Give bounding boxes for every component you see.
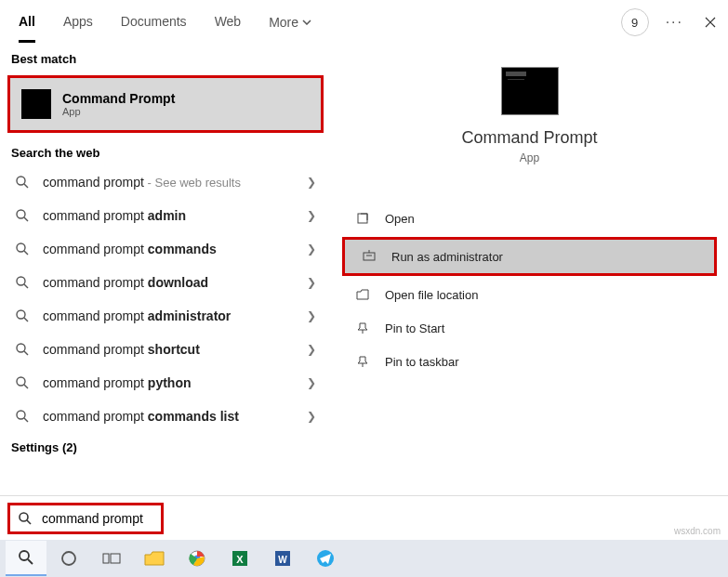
search-icon [15, 208, 30, 223]
search-icon [18, 511, 33, 526]
svg-point-18 [20, 513, 28, 521]
best-match-header: Best match [0, 45, 331, 72]
tab-web[interactable]: Web [215, 3, 242, 43]
taskbar-search-button[interactable] [6, 541, 46, 576]
svg-point-0 [17, 177, 25, 185]
svg-text:X: X [236, 554, 244, 565]
preview-panel: Command Prompt App Open Run as administr… [331, 45, 728, 495]
best-match-result[interactable]: Command Prompt App [7, 75, 324, 133]
svg-point-6 [17, 277, 25, 285]
search-icon [15, 342, 30, 357]
taskbar-chrome-icon[interactable] [177, 541, 218, 576]
chevron-right-icon: ❯ [307, 209, 316, 222]
chevron-right-icon: ❯ [307, 276, 316, 289]
svg-rect-17 [364, 253, 375, 260]
web-result-label: command prompt commands list [43, 409, 294, 424]
svg-text:W: W [278, 555, 287, 565]
search-bar [0, 495, 728, 540]
taskbar-word-icon[interactable]: W [262, 541, 303, 576]
svg-line-1 [24, 184, 28, 188]
chevron-down-icon [302, 20, 311, 25]
preview-subtitle: App [338, 151, 721, 164]
web-result[interactable]: command prompt download ❯ [0, 266, 331, 299]
taskbar-cortana-button[interactable] [48, 541, 89, 576]
svg-rect-24 [111, 554, 120, 563]
tab-more[interactable]: More [269, 3, 311, 43]
svg-line-3 [24, 217, 28, 221]
svg-point-2 [17, 210, 25, 218]
web-result-label: command prompt admin [43, 208, 294, 223]
taskbar: X W [0, 540, 728, 577]
action-run-as-administrator[interactable]: Run as administrator [342, 237, 717, 276]
search-icon [15, 275, 30, 290]
svg-line-15 [24, 418, 28, 422]
web-result-label: command prompt commands [43, 242, 294, 256]
rewards-badge[interactable]: 9 [621, 8, 649, 36]
svg-line-5 [24, 251, 28, 255]
svg-line-13 [24, 385, 28, 388]
web-result-label: command prompt administrator [43, 308, 294, 323]
svg-point-14 [17, 411, 25, 419]
svg-point-8 [17, 310, 25, 319]
svg-rect-16 [358, 214, 367, 223]
svg-point-10 [17, 344, 25, 352]
web-result[interactable]: command prompt commands list ❯ [0, 400, 331, 433]
tab-all[interactable]: All [19, 3, 35, 43]
chevron-right-icon: ❯ [307, 176, 316, 189]
svg-point-12 [17, 377, 25, 386]
tab-documents[interactable]: Documents [121, 3, 187, 43]
svg-point-22 [62, 552, 75, 565]
svg-line-11 [24, 351, 28, 355]
web-result[interactable]: command prompt shortcut ❯ [0, 333, 331, 366]
action-open[interactable]: Open [338, 202, 721, 235]
svg-line-9 [24, 318, 28, 321]
watermark: wsxdn.com [674, 526, 721, 536]
svg-line-7 [24, 284, 28, 288]
taskbar-telegram-icon[interactable] [305, 541, 346, 576]
best-match-title: Command Prompt [62, 91, 175, 106]
action-open-file-location[interactable]: Open file location [338, 278, 721, 311]
svg-point-4 [17, 243, 25, 252]
close-button[interactable] [700, 12, 721, 33]
open-icon [355, 211, 370, 226]
search-icon [15, 242, 30, 256]
action-pin-to-taskbar[interactable]: Pin to taskbar [338, 345, 721, 378]
web-result-label: command prompt python [43, 375, 294, 390]
web-result[interactable]: command prompt administrator ❯ [0, 299, 331, 333]
web-result[interactable]: command prompt - See web results ❯ [0, 165, 331, 199]
app-preview-icon [501, 67, 559, 115]
chevron-right-icon: ❯ [307, 243, 316, 256]
command-prompt-icon [21, 89, 51, 119]
tab-apps[interactable]: Apps [63, 3, 93, 43]
web-result[interactable]: command prompt admin ❯ [0, 199, 331, 232]
more-options-button[interactable]: ··· [666, 14, 683, 31]
svg-line-21 [28, 559, 33, 564]
svg-point-20 [20, 551, 29, 560]
search-icon [15, 308, 30, 323]
web-result-label: command prompt shortcut [43, 342, 294, 357]
settings-header[interactable]: Settings (2) [0, 433, 331, 460]
svg-rect-23 [103, 554, 109, 563]
preview-title: Command Prompt [338, 128, 721, 148]
folder-icon [355, 287, 370, 302]
web-result[interactable]: command prompt commands ❯ [0, 232, 331, 266]
results-panel: Best match Command Prompt App Search the… [0, 45, 331, 495]
top-tabs: All Apps Documents Web More 9 ··· [0, 0, 728, 45]
web-result-label: command prompt download [43, 275, 294, 290]
action-pin-to-start[interactable]: Pin to Start [338, 311, 721, 345]
chevron-right-icon: ❯ [307, 309, 316, 322]
best-match-subtitle: App [62, 106, 175, 117]
chevron-right-icon: ❯ [307, 376, 316, 389]
chevron-right-icon: ❯ [307, 410, 316, 423]
shield-icon [362, 249, 377, 264]
chevron-right-icon: ❯ [307, 343, 316, 356]
pin-icon [355, 354, 370, 369]
taskbar-excel-icon[interactable]: X [219, 541, 260, 576]
pin-icon [355, 321, 370, 335]
web-result[interactable]: command prompt python ❯ [0, 366, 331, 400]
search-input[interactable] [42, 511, 153, 526]
taskbar-file-explorer-icon[interactable] [134, 541, 175, 576]
search-icon [15, 409, 30, 424]
web-result-label: command prompt - See web results [43, 175, 294, 190]
taskbar-taskview-button[interactable] [91, 541, 132, 576]
